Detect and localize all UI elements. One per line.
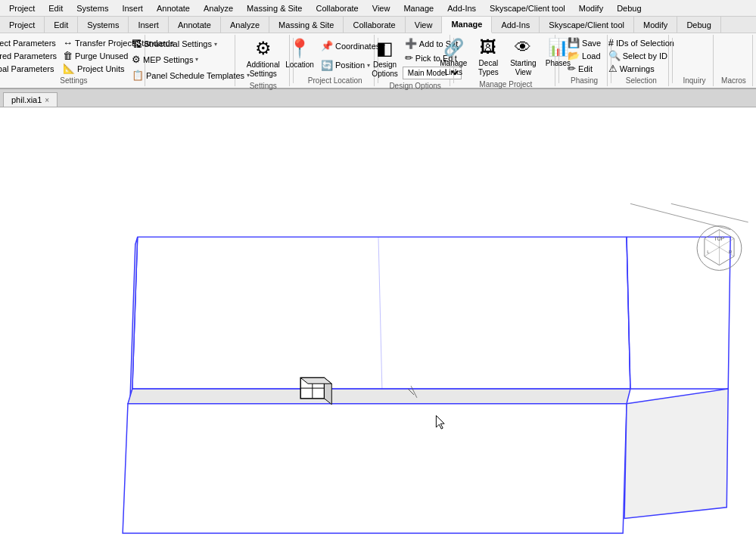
tab-massing[interactable]: Massing & Site [269,17,344,33]
starting-view-icon: 👁 [515,38,531,57]
manage-project-group: 🔗 ManageLinks 🖼 DecalTypes 👁 StartingVie… [457,35,555,86]
panel-schedule-button[interactable]: 📋 Panel Schedule Templates ▾ [129,69,252,82]
menu-annotate[interactable]: Annotate [151,2,196,14]
svg-marker-2 [128,389,630,404]
tab-view[interactable]: View [406,17,443,33]
ribbon-content: ⚙ Project Parameters ⚙ Shared Parameters… [0,33,756,88]
menu-systems[interactable]: Systems [70,2,114,14]
edit-icon: ✏ [568,63,576,74]
menu-modify[interactable]: Modify [573,2,609,14]
tab-analyze[interactable]: Analyze [221,17,269,33]
menu-analyze[interactable]: Analyze [198,2,239,14]
inquiry-group: Inquiry [676,35,714,86]
position-icon: 🔄 [321,60,333,71]
document-tab[interactable]: phil.xia1 × [3,92,58,107]
units-icon: 📐 [63,63,75,74]
3d-viewport-svg: TOP L R [0,107,756,537]
tab-annotate[interactable]: Annotate [169,17,221,33]
tab-systems[interactable]: Systems [78,17,129,33]
project-parameters-button[interactable]: ⚙ Project Parameters [0,36,59,49]
mep-settings-button[interactable]: ⚙ MEP Settings ▾ [129,53,252,66]
menu-addins[interactable]: Add-Ins [441,2,482,14]
tab-debug[interactable]: Debug [677,17,720,33]
phasing-group: 💾 Save 📂 Load ✏ Edit Phasing [562,35,608,86]
design-options-button[interactable]: ◧ DesignOptions [369,36,400,80]
shared-parameters-button[interactable]: ⚙ Shared Parameters [0,49,59,62]
menu-bar: Project Edit Systems Insert Annotate Ana… [0,0,756,17]
menu-debug[interactable]: Debug [611,2,647,14]
doc-tab-close[interactable]: × [45,96,49,104]
menu-view[interactable]: View [366,2,397,14]
save-icon: 💾 [568,37,580,48]
decal-icon: 🖼 [480,38,496,57]
warnings-button[interactable]: ⚠ Warnings [606,62,677,75]
settings-group: ⚙ Project Parameters ⚙ Shared Parameters… [3,35,145,86]
manage-links-button[interactable]: 🔗 ManageLinks [437,36,470,79]
ids-icon: # [608,37,614,48]
warnings-icon: ⚠ [608,63,618,74]
selection-group: # IDs of Selection 🔍 Select by ID ⚠ Warn… [614,35,669,86]
location-button[interactable]: 📍 Location [282,36,317,71]
svg-text:TOP: TOP [714,236,724,241]
svg-text:R: R [729,250,732,254]
sep6 [672,38,673,83]
ribbon-tabs: Project Edit Systems Insert Annotate Ana… [0,17,756,33]
mep-icon: ⚙ [132,54,141,65]
macros-group: Macros [715,35,753,86]
tab-manage[interactable]: Manage [442,17,492,33]
additional-settings-icon: ⚙ [255,38,272,59]
menu-project[interactable]: Project [3,2,41,14]
load-button[interactable]: 📂 Load [565,49,603,62]
project-location-group: 📍 Location 📌 Coordinates ▾ 🔄 Position ▾ [297,35,375,86]
decal-types-button[interactable]: 🖼 DecalTypes [471,36,505,79]
load-icon: 📂 [568,50,580,61]
select-by-id-icon: 🔍 [608,50,621,61]
main-area: TOP L R [0,107,756,537]
tab-skyscape[interactable]: Skyscape/Client tool [540,17,634,33]
tab-modify[interactable]: Modify [634,17,677,33]
save-button[interactable]: 💾 Save [565,36,603,49]
add-to-set-icon: ➕ [405,38,417,49]
svg-line-16 [671,203,748,222]
menu-skyscape[interactable]: Skyscape/Client tool [484,2,571,14]
tab-collaborate[interactable]: Collaborate [344,17,405,33]
menu-manage[interactable]: Manage [397,2,440,14]
manage-links-icon: 🔗 [443,38,464,57]
edit-button[interactable]: ✏ Edit [565,62,603,75]
menu-massing[interactable]: Massing & Site [241,2,308,14]
mep-group: 🏗 Structural Settings ▾ ⚙ MEP Settings ▾… [147,35,235,86]
tab-insert[interactable]: Insert [129,17,169,33]
svg-line-15 [630,203,730,229]
sep4 [558,38,559,83]
svg-marker-3 [627,237,730,389]
purge-icon: 🗑 [63,50,73,61]
location-icon: 📍 [288,38,311,59]
structural-icon: 🏗 [132,39,142,50]
ids-of-selection-button[interactable]: # IDs of Selection [606,36,677,49]
drawing-area[interactable]: TOP L R [0,107,756,537]
transfer-icon: ↔ [63,37,73,48]
tab-edit[interactable]: Edit [45,17,78,33]
starting-view-button[interactable]: 👁 StartingView [506,36,540,79]
svg-marker-5 [624,389,728,518]
tab-addins[interactable]: Add-Ins [492,17,540,33]
pick-edit-icon: ✏ [405,52,413,64]
menu-edit[interactable]: Edit [42,2,69,14]
coordinates-icon: 📌 [321,40,333,51]
ribbon: Project Edit Systems Insert Annotate Ana… [0,17,756,89]
tab-project[interactable]: Project [0,17,45,33]
menu-insert[interactable]: Insert [116,2,149,14]
tab-bar: phil.xia1 × [0,89,756,107]
global-parameters-button[interactable]: ⚙ Global Parameters [0,62,59,75]
panel-icon: 📋 [132,70,144,81]
structural-settings-button[interactable]: 🏗 Structural Settings ▾ [129,38,252,51]
menu-collaborate[interactable]: Collaborate [310,2,364,14]
select-by-id-button[interactable]: 🔍 Select by ID [606,49,677,62]
additional-settings-button[interactable]: ⚙ AdditionalSettings [244,36,283,80]
doc-tab-name: phil.xia1 [11,95,42,104]
svg-marker-4 [123,404,627,533]
design-options-icon: ◧ [376,38,394,59]
